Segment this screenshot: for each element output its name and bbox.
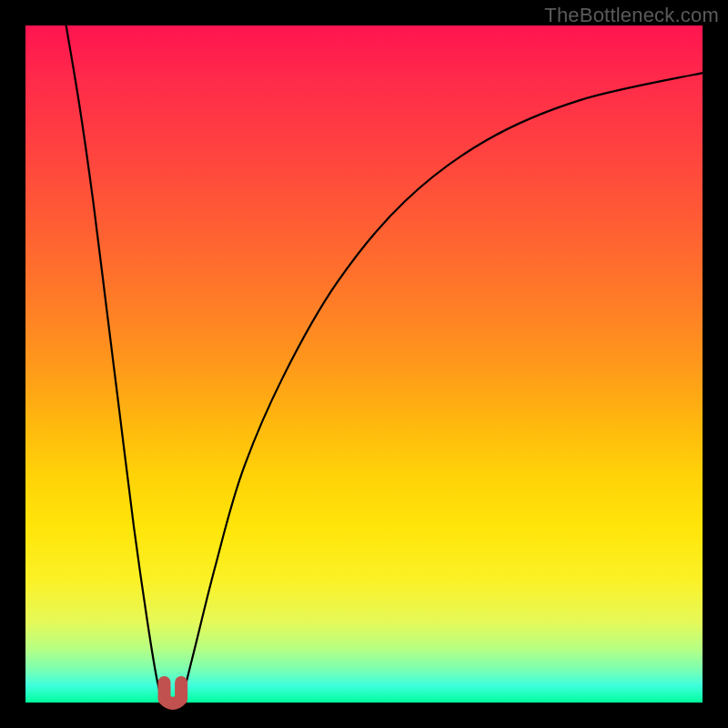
curve-layer [25,25,703,703]
heat-gradient-plot-area [25,25,703,703]
attribution-watermark: TheBottleneck.com [544,4,719,27]
chart-outer-frame: TheBottleneck.com [0,0,728,728]
bottleneck-curve-left-branch [66,25,165,703]
optimum-marker [165,682,182,703]
bottleneck-curve-right-branch [181,73,703,703]
